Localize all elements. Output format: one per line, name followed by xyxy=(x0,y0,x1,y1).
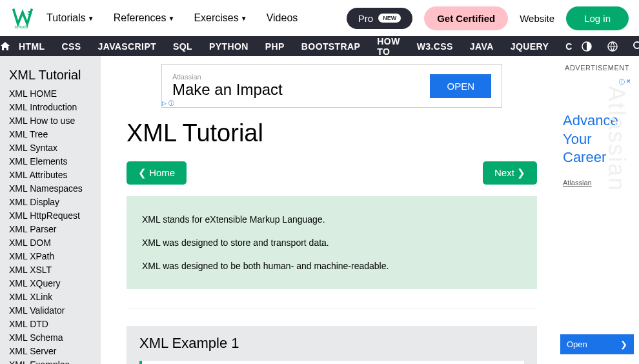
caret-down-icon: ▼ xyxy=(88,15,94,22)
page-title: XML Tutorial xyxy=(127,119,537,147)
exercises-menu[interactable]: Exercises▼ xyxy=(194,12,247,24)
home-button[interactable]: ❮ Home xyxy=(127,161,187,185)
code-block: <?xml version="1.0" encoding="UTF-8"?> <… xyxy=(139,361,524,364)
nav-python[interactable]: PYTHON xyxy=(201,36,257,56)
example-title: XML Example 1 xyxy=(139,335,524,352)
intro-line: XML was designed to store and transport … xyxy=(142,238,522,248)
pro-button[interactable]: Pro NEW xyxy=(347,8,412,29)
nav-howto[interactable]: HOW TO xyxy=(369,36,408,56)
home-icon[interactable] xyxy=(0,36,10,56)
new-badge: NEW xyxy=(378,14,401,23)
nav-html[interactable]: HTML xyxy=(10,36,53,56)
login-button[interactable]: Log in xyxy=(566,6,629,30)
nav-java[interactable]: JAVA xyxy=(462,36,502,56)
sidebar-item[interactable]: XML Elements xyxy=(0,154,101,168)
search-icon[interactable] xyxy=(633,41,639,52)
intro-line: XML stands for eXtensible Markup Languag… xyxy=(142,214,522,225)
next-button[interactable]: Next ❯ xyxy=(483,161,537,185)
adchoices-icon[interactable]: ▷ ⓘ xyxy=(162,99,174,108)
svg-point-4 xyxy=(634,42,639,48)
caret-down-icon: ▼ xyxy=(241,15,247,22)
sidebar-item[interactable]: XML XSLT xyxy=(0,263,101,276)
sidebar-item[interactable]: XML How to use xyxy=(0,114,101,127)
right-ad-open-button[interactable]: Open❯ xyxy=(560,334,634,354)
nav-php[interactable]: PHP xyxy=(257,36,293,56)
tutorials-menu[interactable]: Tutorials▼ xyxy=(46,12,94,24)
ad-watermark: Atlassian xyxy=(603,86,630,192)
sidebar-item[interactable]: XML DTD xyxy=(0,317,101,330)
intro-box: XML stands for eXtensible Markup Languag… xyxy=(127,196,537,289)
ad-brand: Atlassian xyxy=(172,73,283,81)
sidebar-item[interactable]: XML Namespaces xyxy=(0,181,101,195)
sidebar: XML Tutorial XML HOMEXML IntroductionXML… xyxy=(0,56,101,364)
nav-bootstrap[interactable]: BOOTSTRAP xyxy=(293,36,369,56)
references-menu[interactable]: References▼ xyxy=(114,12,175,24)
sidebar-title: XML Tutorial xyxy=(0,68,101,86)
sidebar-item[interactable]: XML Server xyxy=(0,344,101,358)
ad-banner[interactable]: Atlassian Make an Impact OPEN ▷ ⓘ xyxy=(161,64,502,108)
sidebar-item[interactable]: XML Tree xyxy=(0,127,101,141)
sidebar-item[interactable]: XML XPath xyxy=(0,249,101,263)
svg-text:3: 3 xyxy=(27,9,31,16)
sidebar-item[interactable]: XML Attributes xyxy=(0,168,101,181)
sidebar-item[interactable]: XML Parser xyxy=(0,222,101,236)
globe-icon[interactable] xyxy=(607,41,618,52)
nav-c[interactable]: C xyxy=(557,36,581,56)
website-link[interactable]: Website xyxy=(520,13,554,24)
sidebar-item[interactable]: XML Examples xyxy=(0,358,101,364)
w3schools-logo[interactable]: 3schools xyxy=(10,6,35,30)
sidebar-item[interactable]: XML Validator xyxy=(0,303,101,317)
nav-sql[interactable]: SQL xyxy=(165,36,201,56)
divider xyxy=(127,308,537,309)
videos-menu[interactable]: Videos xyxy=(267,12,298,24)
example-box: XML Example 1 <?xml version="1.0" encodi… xyxy=(127,326,537,364)
nav-javascript[interactable]: JAVASCRIPT xyxy=(89,36,165,56)
sidebar-item[interactable]: XML XLink xyxy=(0,290,101,303)
svg-text:schools: schools xyxy=(14,25,28,29)
sidebar-item[interactable]: XML HttpRequest xyxy=(0,208,101,222)
caret-down-icon: ▼ xyxy=(168,15,175,22)
get-certified-button[interactable]: Get Certified xyxy=(424,6,508,30)
sidebar-item[interactable]: XML DOM xyxy=(0,236,101,249)
nav-css[interactable]: CSS xyxy=(53,36,89,56)
nav-jquery[interactable]: JQUERY xyxy=(502,36,557,56)
sidebar-item[interactable]: XML Introduction xyxy=(0,100,101,114)
sidebar-item[interactable]: XML Schema xyxy=(0,330,101,344)
theme-icon[interactable] xyxy=(581,41,593,52)
ad-label: ADVERTISEMENT xyxy=(560,64,634,72)
sidebar-item[interactable]: XML Syntax xyxy=(0,141,101,154)
sidebar-item[interactable]: XML Display xyxy=(0,195,101,208)
right-ad[interactable]: ⓘ✕ Atlassian Advance Your Career Atlassi… xyxy=(560,77,634,354)
nav-w3css[interactable]: W3.CSS xyxy=(409,36,462,56)
sidebar-item[interactable]: XML HOME xyxy=(0,86,101,100)
ad-headline: Make an Impact xyxy=(172,81,283,99)
sidebar-item[interactable]: XML XQuery xyxy=(0,276,101,290)
ad-open-button[interactable]: OPEN xyxy=(430,74,491,98)
intro-line: XML was designed to be both human- and m… xyxy=(142,261,522,271)
